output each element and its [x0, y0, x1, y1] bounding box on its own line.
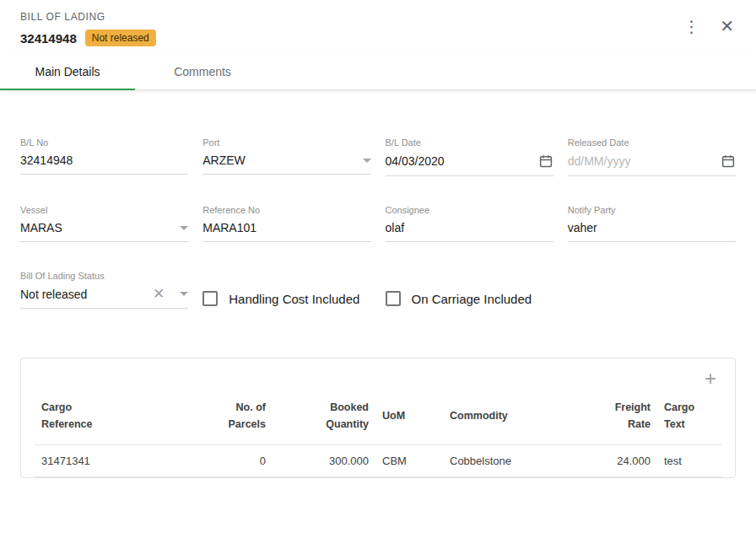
cell-no-of-parcels[interactable]: 0: [192, 445, 273, 477]
consignee-value: olaf: [386, 221, 554, 234]
bl-no-field[interactable]: B/L No 32414948: [20, 137, 188, 176]
notify-party-input[interactable]: vaher: [568, 221, 736, 242]
chevron-down-icon: [180, 292, 188, 296]
grid-spacer: [568, 271, 736, 309]
kebab-menu-icon: ⋮: [683, 18, 699, 35]
more-options-button[interactable]: ⋮: [683, 19, 699, 35]
vessel-label: Vessel: [20, 205, 188, 215]
bl-date-field[interactable]: B/L Date 04/03/2020: [386, 137, 554, 176]
dialog-header-actions: ⋮ ✕: [683, 11, 734, 35]
released-date-field[interactable]: Released Date dd/MM/yyyy: [568, 137, 736, 176]
bl-status-select[interactable]: Not released ✕: [20, 287, 188, 309]
bl-status-value: Not released: [20, 288, 153, 301]
col-no-of-parcels: No. of Parcels: [192, 390, 273, 445]
status-badge: Not released: [85, 30, 156, 46]
dialog-eyebrow: BILL OF LADING: [20, 11, 156, 23]
cell-cargo-text[interactable]: test: [657, 445, 721, 477]
bill-of-lading-dialog: BILL OF LADING 32414948 Not released ⋮ ✕…: [0, 0, 756, 478]
chevron-down-icon: [180, 226, 188, 230]
bl-id-row: 32414948 Not released: [20, 30, 156, 46]
on-carriage-label: On Carriage Included: [412, 292, 532, 306]
chevron-down-icon: [363, 159, 371, 163]
cargo-table: Cargo Reference No. of Parcels Booked Qu…: [35, 390, 721, 477]
vessel-select[interactable]: MARAS: [20, 221, 188, 242]
col-commodity: Commodity: [443, 390, 576, 445]
col-booked-quantity: Booked Quantity: [273, 390, 375, 445]
reference-no-label: Reference No: [202, 205, 370, 215]
vessel-field[interactable]: Vessel MARAS: [20, 205, 188, 242]
cell-booked-quantity[interactable]: 300.000: [273, 445, 375, 477]
port-field[interactable]: Port ARZEW: [202, 137, 370, 176]
bl-status-label: Bill Of Lading Status: [20, 271, 188, 281]
bl-date-value: 04/03/2020: [386, 154, 533, 168]
handling-cost-checkbox-row[interactable]: Handling Cost Included: [202, 288, 370, 309]
form-grid: B/L No 32414948 Port ARZEW B/L Date 04/0…: [20, 137, 736, 309]
cell-freight-rate[interactable]: 24.000: [576, 445, 657, 477]
handling-cost-checkbox[interactable]: [202, 291, 218, 306]
cargo-card-toolbar: +: [35, 365, 721, 390]
released-date-placeholder: dd/MM/yyyy: [568, 154, 716, 168]
consignee-label: Consignee: [386, 205, 554, 215]
notify-party-label: Notify Party: [568, 205, 736, 215]
tab-main-details[interactable]: Main Details: [0, 53, 135, 89]
cargo-table-row[interactable]: 31471341 0 300.000 CBM Cobbelstone 24.00…: [35, 445, 721, 477]
port-select[interactable]: ARZEW: [202, 153, 370, 175]
tab-bar: Main Details Comments: [0, 53, 756, 90]
col-cargo-text: Cargo Text: [657, 390, 721, 445]
dialog-header: BILL OF LADING 32414948 Not released ⋮ ✕: [0, 0, 756, 53]
reference-no-field[interactable]: Reference No MARA101: [202, 205, 370, 242]
clear-icon[interactable]: ✕: [153, 287, 165, 301]
reference-no-value: MARA101: [202, 221, 370, 234]
cargo-table-header-row: Cargo Reference No. of Parcels Booked Qu…: [35, 390, 721, 445]
bl-no-label: B/L No: [20, 137, 188, 148]
consignee-input[interactable]: olaf: [386, 221, 554, 242]
bl-no-value: 32414948: [20, 153, 188, 167]
dialog-header-left: BILL OF LADING 32414948 Not released: [20, 11, 156, 46]
cargo-lines-card: + Cargo Reference No. of Parcels Booked …: [20, 358, 736, 478]
cell-commodity[interactable]: Cobbelstone: [443, 445, 576, 477]
col-cargo-reference: Cargo Reference: [35, 390, 192, 445]
add-cargo-line-button[interactable]: +: [705, 369, 716, 389]
bl-number: 32414948: [20, 31, 77, 46]
vessel-value: MARAS: [20, 221, 175, 234]
plus-icon: +: [705, 367, 716, 390]
main-details-form: B/L No 32414948 Port ARZEW B/L Date 04/0…: [0, 90, 756, 309]
port-label: Port: [202, 137, 370, 148]
tab-comments[interactable]: Comments: [135, 53, 270, 89]
calendar-icon[interactable]: [721, 153, 736, 169]
cell-uom[interactable]: CBM: [375, 445, 443, 477]
bl-no-input[interactable]: 32414948: [20, 153, 188, 175]
calendar-icon[interactable]: [538, 153, 554, 169]
bl-date-input[interactable]: 04/03/2020: [386, 153, 554, 176]
cell-cargo-reference[interactable]: 31471341: [35, 445, 192, 477]
bl-date-label: B/L Date: [386, 137, 554, 148]
close-button[interactable]: ✕: [720, 18, 734, 35]
close-icon: ✕: [720, 17, 734, 35]
reference-no-input[interactable]: MARA101: [202, 221, 370, 242]
col-uom: UoM: [375, 390, 443, 445]
handling-cost-label: Handling Cost Included: [229, 292, 359, 306]
released-date-input[interactable]: dd/MM/yyyy: [568, 153, 736, 176]
on-carriage-checkbox[interactable]: [386, 291, 401, 306]
notify-party-field[interactable]: Notify Party vaher: [568, 205, 736, 242]
notify-party-value: vaher: [568, 221, 736, 234]
bl-status-field[interactable]: Bill Of Lading Status Not released ✕: [20, 271, 188, 309]
on-carriage-checkbox-row[interactable]: On Carriage Included: [386, 288, 554, 309]
col-freight-rate: Freight Rate: [576, 390, 657, 445]
consignee-field[interactable]: Consignee olaf: [386, 205, 554, 242]
released-date-label: Released Date: [568, 137, 736, 148]
port-value: ARZEW: [202, 153, 357, 167]
